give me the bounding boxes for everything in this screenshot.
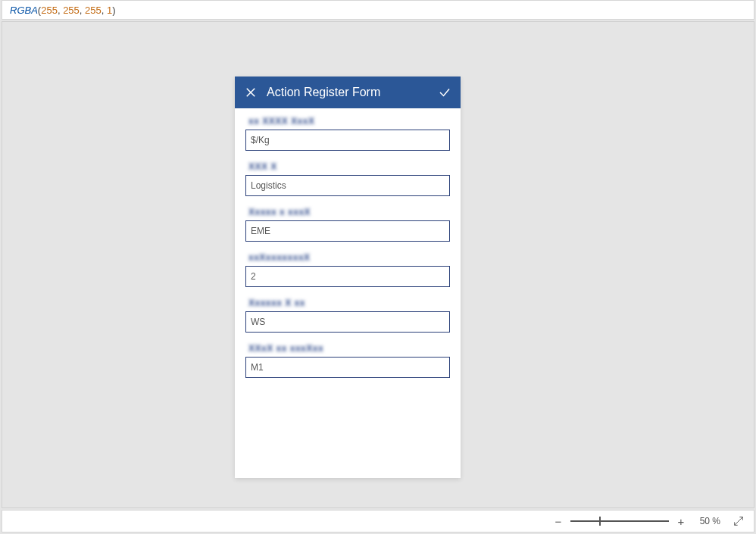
formula-g: 255 [63, 5, 80, 16]
field-2: XXX X [245, 161, 450, 196]
formula-b: 255 [85, 5, 102, 16]
field-5-label: Xxxxxx X xx [248, 298, 450, 308]
field-3-input[interactable] [245, 220, 450, 242]
fit-screen-icon[interactable] [733, 515, 745, 527]
zoom-out-button[interactable]: − [554, 515, 563, 528]
check-icon[interactable] [438, 86, 451, 99]
field-4-label: xxXxxxxxxxX [248, 252, 450, 263]
field-4: xxXxxxxxxxX [245, 252, 450, 287]
field-3: Xxxxx x xxxX [245, 207, 450, 242]
field-6-label: XXxX xx xxxXxx [248, 343, 450, 354]
field-1-input[interactable] [245, 130, 450, 151]
formula-bar[interactable]: RGBA(255, 255, 255, 1) [2, 0, 754, 20]
zoom-slider-handle[interactable] [599, 517, 601, 526]
field-2-input[interactable] [245, 175, 450, 196]
field-6: XXxX xx xxxXxx [245, 343, 450, 378]
form-screen: Action Register Form xx XXXX XxxX XXX X … [235, 77, 461, 478]
field-4-input[interactable] [245, 266, 450, 287]
field-1-label: xx XXXX XxxX [248, 116, 450, 126]
close-icon[interactable] [244, 86, 258, 99]
field-5-input[interactable] [245, 311, 450, 333]
field-2-label: XXX X [248, 161, 450, 172]
form-title: Action Register Form [267, 86, 429, 99]
formula-r: 255 [41, 5, 58, 16]
zoom-in-button[interactable]: + [676, 515, 686, 528]
field-1: xx XXXX XxxX [245, 116, 450, 151]
form-fields: xx XXXX XxxX XXX X Xxxxx x xxxX xxXxxxxx… [235, 108, 461, 378]
zoom-controls: − + 50 % [554, 515, 720, 528]
formula-fn: RGBA [10, 5, 38, 16]
field-3-label: Xxxxx x xxxX [248, 207, 450, 217]
formula-close-paren: ) [112, 5, 115, 16]
zoom-value: 50 % [693, 516, 720, 526]
field-5: Xxxxxx X xx [245, 298, 450, 333]
form-header: Action Register Form [235, 77, 461, 108]
design-canvas[interactable]: Action Register Form xx XXXX XxxX XXX X … [2, 21, 754, 508]
formula-a: 1 [107, 5, 112, 16]
field-6-input[interactable] [245, 357, 450, 378]
status-bar: − + 50 % [2, 510, 754, 532]
zoom-slider[interactable] [570, 520, 669, 522]
